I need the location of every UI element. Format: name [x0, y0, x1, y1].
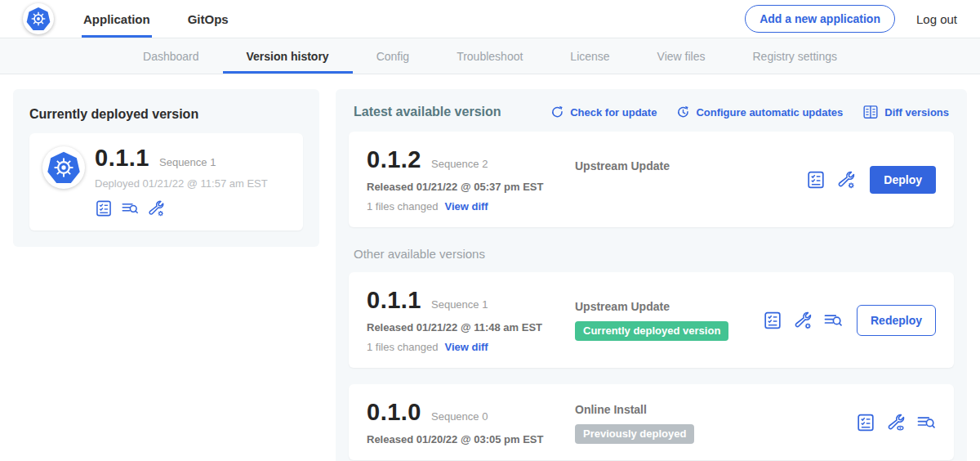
sequence-label: Sequence 0 — [431, 410, 488, 423]
version-source-label: Online Install — [575, 403, 856, 416]
available-versions-panel: Latest available version Check for updat… — [336, 89, 967, 461]
edit-config-icon[interactable] — [836, 170, 856, 190]
previously-deployed-badge: Previously deployed — [575, 424, 694, 444]
diff-icon — [862, 104, 879, 120]
schedule-update-icon — [676, 105, 690, 119]
view-diff-link[interactable]: View diff — [444, 341, 488, 353]
released-timestamp: Released 01/21/22 @ 11:48 am EST — [367, 321, 575, 333]
redeploy-button[interactable]: Redeploy — [857, 305, 936, 336]
app-kubernetes-logo — [42, 146, 85, 189]
deployed-sequence-label: Sequence 1 — [159, 156, 216, 168]
sequence-label: Sequence 1 — [431, 298, 488, 311]
configure-automatic-updates-link[interactable]: Configure automatic updates — [676, 105, 843, 119]
files-changed-label: 1 files changed — [367, 341, 438, 353]
preflight-checks-icon[interactable] — [856, 413, 875, 432]
subnav-item-dashboard[interactable]: Dashboard — [119, 38, 223, 74]
subnav-item-troubleshoot[interactable]: Troubleshoot — [433, 38, 546, 74]
other-versions-title: Other available versions — [354, 247, 949, 261]
configure-automatic-updates-label: Configure automatic updates — [696, 106, 843, 119]
app-header: Application GitOps Add a new application… — [0, 0, 980, 38]
deploy-logs-icon[interactable] — [823, 311, 843, 330]
version-number: 0.1.1 — [367, 287, 421, 314]
subnav-item-version-history[interactable]: Version history — [223, 38, 353, 74]
subnav-item-license[interactable]: License — [546, 38, 633, 74]
preflight-checks-icon[interactable] — [95, 199, 113, 217]
deploy-logs-icon[interactable] — [916, 413, 936, 432]
app-subnav: Dashboard Version history Config Trouble… — [0, 38, 980, 74]
deployed-version-number: 0.1.1 — [95, 145, 149, 172]
check-for-update-label: Check for update — [570, 106, 657, 119]
version-card-0-1-1: 0.1.1 Sequence 1 Released 01/21/22 @ 11:… — [349, 272, 954, 368]
kubernetes-logo — [23, 3, 54, 34]
diff-versions-link[interactable]: Diff versions — [862, 104, 949, 120]
header-actions: Add a new application Log out — [745, 5, 957, 33]
deployed-timestamp: Deployed 01/21/22 @ 11:57 am EST — [95, 177, 268, 190]
deployed-panel-title: Currently deployed version — [29, 107, 303, 122]
view-diff-link[interactable]: View diff — [444, 200, 488, 213]
edit-config-icon[interactable] — [793, 311, 813, 330]
subnav-item-config[interactable]: Config — [353, 38, 433, 74]
refresh-icon — [550, 105, 564, 119]
released-timestamp: Released 01/20/22 @ 03:05 pm EST — [367, 433, 575, 445]
released-timestamp: Released 01/21/22 @ 05:37 pm EST — [367, 181, 575, 193]
latest-version-title: Latest available version — [354, 105, 501, 119]
edit-config-icon[interactable] — [147, 199, 165, 217]
header-tabs: Application GitOps — [82, 0, 265, 38]
currently-deployed-panel: Currently deployed version 0.1.1 Sequenc… — [13, 89, 319, 247]
check-for-update-link[interactable]: Check for update — [550, 105, 657, 119]
subnav-item-view-files[interactable]: View files — [634, 38, 729, 74]
version-source-label: Upstream Update — [575, 300, 763, 313]
sequence-label: Sequence 2 — [431, 158, 488, 170]
preflight-checks-icon[interactable] — [763, 311, 782, 330]
logout-link[interactable]: Log out — [916, 12, 957, 26]
deployed-version-card: 0.1.1 Sequence 1 Deployed 01/21/22 @ 11:… — [29, 133, 303, 230]
currently-deployed-badge: Currently deployed version — [575, 321, 728, 341]
version-card-0-1-2: 0.1.2 Sequence 2 Released 01/21/22 @ 05:… — [349, 132, 954, 227]
version-number: 0.1.2 — [367, 146, 421, 173]
version-card-0-1-0: 0.1.0 Sequence 0 Released 01/20/22 @ 03:… — [349, 384, 954, 460]
version-history-page: Currently deployed version 0.1.1 Sequenc… — [0, 74, 980, 461]
version-source-label: Upstream Update — [575, 159, 806, 172]
version-number: 0.1.0 — [367, 399, 421, 426]
preflight-checks-icon[interactable] — [806, 170, 826, 190]
diff-versions-label: Diff versions — [884, 106, 949, 119]
tab-application[interactable]: Application — [82, 0, 152, 38]
deploy-logs-icon[interactable] — [121, 199, 139, 217]
files-changed-label: 1 files changed — [367, 200, 438, 213]
add-application-button[interactable]: Add a new application — [745, 5, 895, 33]
view-config-icon[interactable] — [886, 413, 906, 432]
subnav-item-registry-settings[interactable]: Registry settings — [729, 38, 861, 74]
tab-gitops[interactable]: GitOps — [186, 0, 230, 38]
deploy-button[interactable]: Deploy — [870, 166, 936, 194]
